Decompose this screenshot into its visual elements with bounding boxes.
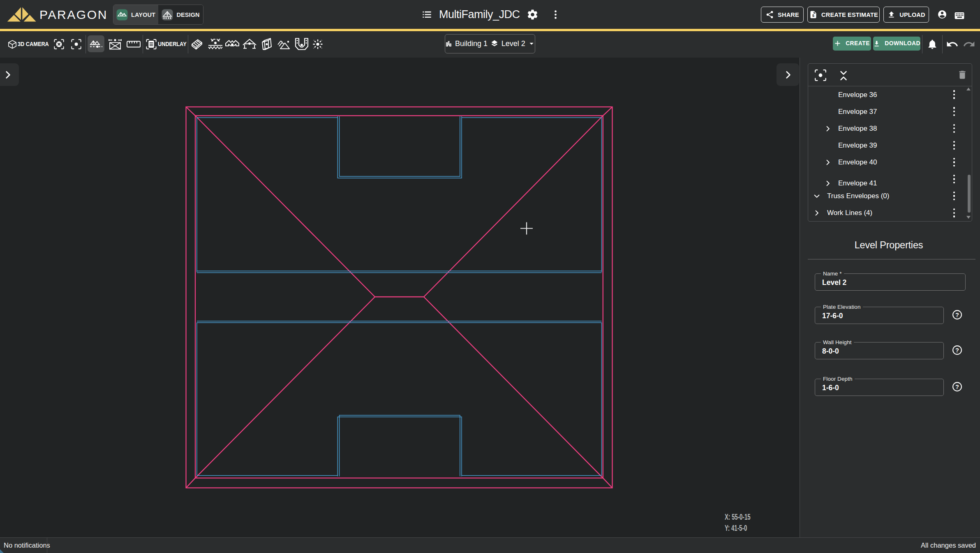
svg-text:?: ? [955, 347, 959, 354]
svg-text:?: ? [955, 384, 959, 390]
svg-text:?: ? [955, 312, 959, 318]
svg-text:$: $ [812, 13, 815, 18]
